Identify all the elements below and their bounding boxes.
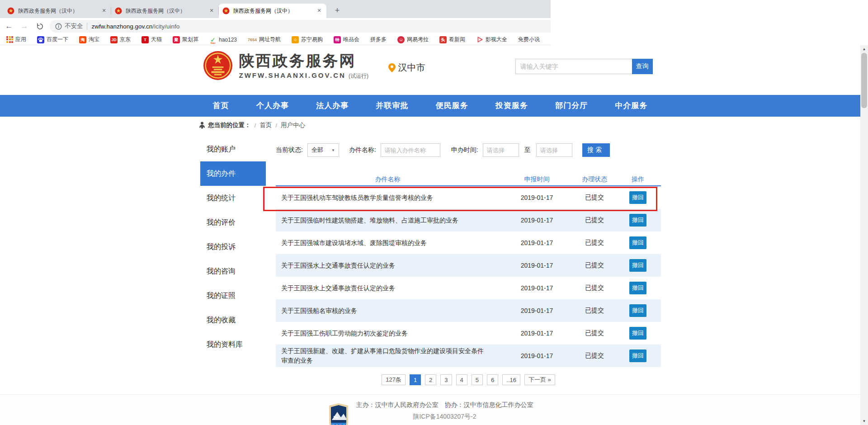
- table-row: 关于王国强水上交通事故责任认定的业务2019-01-17已提交撤回: [276, 277, 661, 299]
- bookmark-pinduoduo[interactable]: 拼多多: [370, 36, 387, 43]
- sidebar-item-8[interactable]: 我的收藏: [200, 308, 266, 332]
- column-header-2: 申报时间: [500, 175, 574, 184]
- bookmark-novel[interactable]: 免费小说: [518, 36, 540, 43]
- page-footer: 事业单位 主办：汉中市人民政府办公室 协办：汉中市信息化工作办公室 陕ICP备1…: [0, 394, 860, 425]
- date-to-input[interactable]: [536, 143, 572, 157]
- withdraw-button[interactable]: 撤回: [629, 236, 646, 249]
- suning-icon: ☺: [292, 36, 299, 43]
- page-button-1[interactable]: 1: [410, 374, 421, 385]
- nav-item-5[interactable]: 便民服务: [436, 95, 468, 117]
- page-button-6[interactable]: 6: [487, 374, 498, 385]
- bookmark-apps[interactable]: 应用: [6, 36, 26, 43]
- bookmark-taobao[interactable]: 淘淘宝: [79, 36, 99, 43]
- page-button-3[interactable]: 3: [440, 374, 452, 385]
- nav-item-6[interactable]: 投资服务: [495, 95, 528, 117]
- item-name: 关于王国强工伤职工劳动能力初次鉴定的业务: [276, 329, 500, 338]
- tab-close-icon[interactable]: ×: [316, 7, 323, 14]
- withdraw-button[interactable]: 撤回: [629, 349, 646, 362]
- bookmark-hao123[interactable]: ✓haohao123: [209, 36, 237, 43]
- breadcrumb-label: 您当前的位置：: [208, 121, 251, 129]
- info-icon: [55, 23, 62, 30]
- nav-item-1[interactable]: 首页: [213, 95, 229, 117]
- item-date: 2019-01-17: [500, 239, 574, 246]
- site-search-input[interactable]: [515, 59, 632, 74]
- page-button-4[interactable]: 4: [456, 374, 467, 385]
- scrollbar-thumb[interactable]: [861, 53, 867, 108]
- tab-close-icon[interactable]: ×: [208, 7, 215, 14]
- sidebar-item-3[interactable]: 我的统计: [200, 186, 266, 210]
- bookmark-jd[interactable]: JD京东: [110, 36, 131, 43]
- sidebar-item-2[interactable]: 我的办件: [200, 161, 266, 186]
- bookmark-label: 应用: [15, 36, 26, 43]
- withdraw-button[interactable]: 撤回: [629, 259, 646, 272]
- bookmark-suning[interactable]: ☺苏宁易购: [292, 36, 323, 43]
- bookmark-kanxinwen[interactable]: 头看新闻: [439, 36, 465, 43]
- browser-tab[interactable]: 陕西政务服务网（汉中）×: [4, 4, 111, 18]
- sidebar-item-1[interactable]: 我的账户: [200, 137, 266, 161]
- item-status: 已提交: [574, 194, 615, 202]
- bookmark-label: 聚划算: [182, 36, 198, 43]
- nav-item-2[interactable]: 个人办事: [256, 95, 289, 117]
- bookmark-juhuasuan[interactable]: 聚聚划算: [173, 36, 198, 43]
- yingshi-icon: [476, 36, 483, 43]
- withdraw-button[interactable]: 撤回: [629, 282, 646, 294]
- page-button-2[interactable]: 2: [425, 374, 436, 385]
- sidebar-item-5[interactable]: 我的投诉: [200, 235, 266, 259]
- page-button-..16[interactable]: ..16: [502, 374, 520, 385]
- withdraw-button[interactable]: 撤回: [629, 304, 646, 317]
- browser-tab[interactable]: 陕西政务服务网（汉中）×: [111, 4, 219, 18]
- item-name-input[interactable]: [381, 143, 440, 157]
- sidebar-item-4[interactable]: 我的评价: [200, 210, 266, 235]
- new-tab-button[interactable]: +: [331, 5, 344, 17]
- breadcrumb-home-link[interactable]: 首页: [259, 121, 272, 129]
- sidebar-item-7[interactable]: 我的证照: [200, 283, 266, 308]
- nav-item-3[interactable]: 法人办事: [316, 95, 349, 117]
- bookmark-nav7654[interactable]: 7654网址导航: [248, 36, 281, 43]
- sidebar-item-6[interactable]: 我的咨询: [200, 259, 266, 283]
- date-from-input[interactable]: [483, 143, 519, 157]
- bookmark-tmall[interactable]: T天猫: [142, 36, 162, 43]
- search-button[interactable]: 搜索: [582, 143, 610, 157]
- url-path: /icity/uinfo: [152, 23, 179, 30]
- bookmark-baidu[interactable]: 百度一下: [37, 36, 68, 43]
- time-filter-label: 申办时间:: [451, 146, 478, 154]
- next-page-button[interactable]: 下一页 »: [524, 374, 555, 385]
- bookmark-label: hao123: [219, 37, 237, 43]
- bookmark-label: 唯品会: [343, 36, 359, 43]
- refresh-icon: [36, 23, 44, 30]
- taobao-icon: 淘: [79, 36, 86, 43]
- name-filter-label: 办件名称:: [349, 146, 376, 154]
- bookmark-kaola[interactable]: ☺网易考拉: [397, 36, 429, 43]
- breadcrumb-current-link[interactable]: 用户中心: [281, 121, 305, 129]
- bookmark-label: 百度一下: [47, 36, 68, 43]
- item-name: 关于王国强临时性建筑物搭建、堆放物料、占道施工审批的业务: [276, 216, 500, 225]
- site-logo[interactable]: 陕西政务服务网 ZWFW.SHAANXI.GOV.CN(试运行): [203, 51, 368, 80]
- nav-item-8[interactable]: 中介服务: [615, 95, 647, 117]
- refresh-button[interactable]: [33, 20, 46, 33]
- item-date: 2019-01-17: [500, 307, 574, 314]
- page-button-5[interactable]: 5: [472, 374, 483, 385]
- table-row: 关于王国强水上交通事故责任认定的业务2019-01-17已提交撤回: [276, 254, 661, 277]
- site-header: 陕西政务服务网 ZWFW.SHAANXI.GOV.CN(试运行) 汉中市 查询: [0, 45, 860, 95]
- site-search-button[interactable]: 查询: [632, 59, 653, 74]
- bookmark-vip[interactable]: 特唯品会: [334, 36, 359, 43]
- nav7654-icon: 7654: [248, 36, 257, 43]
- gov-badge-icon: 事业单位: [327, 403, 350, 425]
- item-action-cell: 撤回: [615, 214, 661, 227]
- city-selector[interactable]: 汉中市: [388, 61, 425, 74]
- forward-button[interactable]: →: [18, 20, 31, 33]
- withdraw-button[interactable]: 撤回: [629, 327, 646, 340]
- tab-close-icon[interactable]: ×: [100, 7, 108, 14]
- bookmark-yingshi[interactable]: 影视大全: [476, 36, 507, 43]
- nav-item-7[interactable]: 部门分厅: [555, 95, 588, 117]
- sidebar-item-9[interactable]: 我的资料库: [200, 332, 266, 357]
- withdraw-button[interactable]: 撤回: [629, 214, 646, 227]
- nav-item-4[interactable]: 并联审批: [376, 95, 408, 117]
- vertical-scrollbar[interactable]: ▲ ▼: [860, 45, 868, 425]
- scroll-up-icon[interactable]: ▲: [860, 45, 868, 53]
- withdraw-button[interactable]: 撤回: [629, 191, 646, 204]
- back-button[interactable]: ←: [3, 20, 15, 33]
- scroll-down-icon[interactable]: ▼: [860, 417, 868, 425]
- status-select[interactable]: 全部 ▼: [307, 143, 339, 157]
- browser-tab[interactable]: 陕西政务服务网（汉中）×: [219, 4, 326, 18]
